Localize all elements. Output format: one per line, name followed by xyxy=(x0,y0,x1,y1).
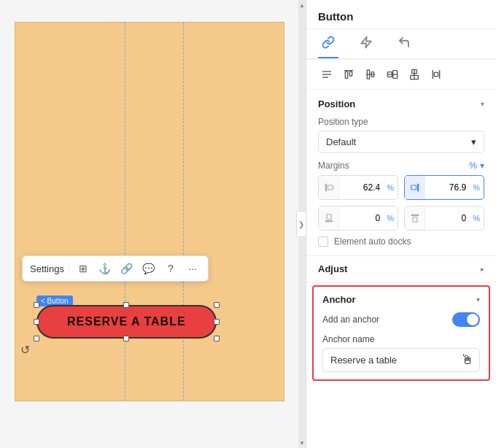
svg-rect-24 xyxy=(327,215,331,220)
position-type-label: Position type xyxy=(318,117,484,127)
adjust-arrow-right: ▸ xyxy=(481,265,484,273)
tab-bolt[interactable] xyxy=(356,34,376,54)
svg-marker-0 xyxy=(361,37,371,48)
position-section-header[interactable]: Position ▾ xyxy=(318,99,484,109)
floating-toolbar: Settings ⊞ ⚓ 🔗 💬 ? ··· xyxy=(22,255,209,282)
canvas-background xyxy=(15,22,284,401)
margins-label: Margins xyxy=(318,161,349,171)
svg-rect-18 xyxy=(434,72,438,76)
undo-icon[interactable]: ↺ xyxy=(20,343,30,357)
element-auto-docks-row: Element auto docks xyxy=(318,236,484,247)
margin-bottom2-group: % xyxy=(404,206,484,231)
svg-rect-19 xyxy=(325,184,326,192)
margin-left-unit: % xyxy=(383,183,398,192)
add-anchor-toggle[interactable] xyxy=(452,312,480,327)
align-vcenter-icon[interactable] xyxy=(384,66,401,83)
more-icon[interactable]: ··· xyxy=(185,260,201,277)
margin-left-icon xyxy=(319,176,339,199)
align-top-icon[interactable] xyxy=(340,66,357,83)
margin-bottom2-unit: % xyxy=(469,214,484,223)
chain-icon[interactable]: 🔗 xyxy=(119,260,135,277)
comment-icon[interactable]: 💬 xyxy=(141,260,157,277)
svg-rect-20 xyxy=(328,185,333,190)
position-section: Position ▾ Position type Default ▾ Margi… xyxy=(306,90,496,256)
margin-bottom2-input[interactable] xyxy=(425,209,469,228)
margin-right-unit: % xyxy=(469,183,484,192)
svg-rect-26 xyxy=(413,217,417,223)
panel-title: Button xyxy=(306,0,496,29)
position-section-arrow: ▾ xyxy=(481,100,484,108)
margin-bottom-group: % xyxy=(318,206,398,231)
tab-settings2[interactable] xyxy=(394,34,414,54)
question-icon[interactable]: ? xyxy=(163,260,179,277)
tab-icons-row xyxy=(306,29,496,60)
svg-rect-21 xyxy=(417,184,419,192)
pct-arrow: ▾ xyxy=(480,161,484,171)
margin-inputs: % % % xyxy=(318,175,484,231)
position-section-title: Position xyxy=(318,99,355,109)
position-dropdown-arrow: ▾ xyxy=(471,136,476,147)
svg-rect-25 xyxy=(411,215,419,216)
svg-rect-4 xyxy=(345,72,347,78)
svg-rect-22 xyxy=(411,185,416,190)
anchor-section-title: Anchor xyxy=(322,294,356,305)
button-element-wrapper: RESERVE A TABLE xyxy=(36,305,217,339)
margin-left-group: % xyxy=(318,175,398,200)
tab-link[interactable] xyxy=(318,34,338,54)
anchor-name-input[interactable] xyxy=(322,348,480,372)
margin-bottom2-icon xyxy=(405,206,425,230)
margin-bottom-icon xyxy=(319,206,339,230)
margin-right-input[interactable] xyxy=(425,178,469,197)
element-auto-docks-label: Element auto docks xyxy=(334,236,411,247)
margin-left-input[interactable] xyxy=(339,178,383,197)
position-type-value: Default xyxy=(326,136,356,147)
adjust-section-title: Adjust xyxy=(318,263,347,274)
anchor-name-label: Anchor name xyxy=(322,334,480,344)
anchor-section: Anchor ▾ Add an anchor Anchor name 🖱 xyxy=(312,285,490,381)
align-hcenter-icon[interactable] xyxy=(406,66,423,83)
toolbar-settings-label: Settings xyxy=(30,263,69,274)
pct-toggle[interactable]: % ▾ xyxy=(469,161,484,171)
position-type-dropdown[interactable]: Default ▾ xyxy=(318,131,484,153)
margins-row: Margins % ▾ xyxy=(318,161,484,171)
alignment-row xyxy=(306,60,496,90)
align-distribute-icon[interactable] xyxy=(427,66,445,83)
toggle-knob xyxy=(467,314,478,325)
layout-icon[interactable]: ⊞ xyxy=(75,260,91,277)
canvas-area: ▲ ▼ Settings ⊞ ⚓ 🔗 💬 ? ··· < Button RESE… xyxy=(0,0,306,448)
svg-rect-23 xyxy=(325,220,333,222)
scroll-up-arrow[interactable]: ▲ xyxy=(298,0,306,10)
anchor-section-header[interactable]: Anchor ▾ xyxy=(322,294,480,305)
margin-right-icon xyxy=(405,176,425,199)
margin-bottom-input[interactable] xyxy=(339,209,383,228)
margin-bottom-unit: % xyxy=(383,214,398,223)
add-anchor-row: Add an anchor xyxy=(322,312,480,327)
add-anchor-label: Add an anchor xyxy=(322,314,379,325)
margin-right-group: % xyxy=(404,175,484,200)
link-icon[interactable]: ⚓ xyxy=(97,260,113,277)
reserve-button[interactable]: RESERVE A TABLE xyxy=(36,305,217,339)
svg-rect-5 xyxy=(349,72,352,76)
element-auto-docks-checkbox[interactable] xyxy=(318,236,328,247)
align-middle-icon[interactable] xyxy=(362,66,379,83)
scroll-down-arrow[interactable]: ▼ xyxy=(298,438,306,448)
collapse-panel-button[interactable]: ❯ xyxy=(296,211,306,237)
anchor-section-arrow: ▾ xyxy=(476,296,480,304)
align-left-icon[interactable] xyxy=(318,66,336,83)
right-panel: Button xyxy=(306,0,496,448)
pct-value: % xyxy=(469,161,477,171)
adjust-section[interactable]: Adjust ▸ xyxy=(306,256,496,282)
guide-line-v1 xyxy=(125,23,125,401)
guide-line-v2 xyxy=(183,23,184,401)
